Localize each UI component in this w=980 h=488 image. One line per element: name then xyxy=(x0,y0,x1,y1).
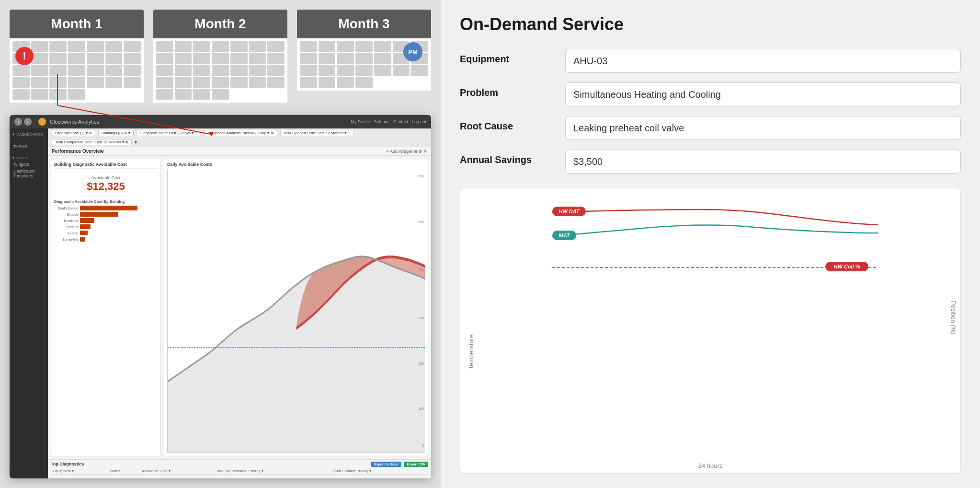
svg-text:MAT: MAT xyxy=(558,232,570,238)
widgets-item[interactable]: Widgets xyxy=(11,161,46,168)
problem-value: Simultaneous Heating and Cooling xyxy=(565,82,961,106)
bar-fill-1 xyxy=(80,212,118,217)
tasks-item[interactable]: TASKS xyxy=(11,143,46,150)
month-3-calendar: PM xyxy=(297,38,431,91)
root-cause-row: Root Cause Leaking preheat coil valve xyxy=(460,116,961,140)
bar-fill-3 xyxy=(80,224,91,229)
left-chart-title: Building Diagnostic Avoidable Cost xyxy=(54,162,158,169)
cw-bottom-title: Top Diagnostics Export to Excel Export C… xyxy=(51,462,428,466)
diagnostics-table: Equipment ▾ Notes Avoidable Cost ▾ Total… xyxy=(51,468,428,476)
settings-link[interactable]: Settings xyxy=(374,119,389,124)
annual-savings-row: Annual Savings $3,500 xyxy=(460,150,961,174)
task-completion-filter[interactable]: Task Completion Date: Last 12 Months ▾ ⊕ xyxy=(52,139,132,145)
avoidable-label: Avoidable Cost xyxy=(54,175,158,180)
cw-sidebar: ▼ DASHBOARDS TASKS ▼ ADMIN Widgets Dashb… xyxy=(10,128,48,478)
month-2-block: Month 2 xyxy=(153,10,287,103)
orgs-filter[interactable]: Organizations (1) ▾ ⊕ xyxy=(52,130,95,136)
top-diagnostics-label: Top Diagnostics xyxy=(51,462,84,466)
chart-x-label: 24 hours xyxy=(698,462,723,469)
perf-overview-title: Performance Overview xyxy=(52,149,103,154)
task-opened-filter[interactable]: Task Opened Date: Last 12 Months ▾ ⊕ xyxy=(280,130,354,136)
cw-content: Building Diagnostic Avoidable Cost Avoid… xyxy=(48,156,431,459)
table-cell xyxy=(140,475,214,477)
service-title: On-Demand Service xyxy=(460,14,961,35)
pm-badge[interactable]: PM xyxy=(403,42,422,61)
bar-chart-title: Diagnostic Avoidable Cost By Building xyxy=(54,199,158,204)
bar-row-1: Simcoe xyxy=(54,212,158,217)
col-comfort-priority: Total Comfort Priority ▾ xyxy=(331,468,428,475)
table-header-row: Equipment ▾ Notes Avoidable Cost ▾ Total… xyxy=(51,468,428,475)
left-panel: Month 1 ! Month 2 xyxy=(0,0,441,488)
problem-label: Problem xyxy=(460,82,556,98)
bar-label-2: Brookline xyxy=(54,219,78,222)
month-1-calendar: ! xyxy=(10,38,144,103)
area-chart-svg xyxy=(168,169,425,453)
cw-left-chart: Building Diagnostic Avoidable Cost Avoid… xyxy=(51,159,161,456)
cw-bottom: Top Diagnostics Export to Excel Export C… xyxy=(48,459,431,478)
daily-cost-title: Daily Avoidable Costs xyxy=(167,162,425,167)
back-btn[interactable]: ‹ xyxy=(14,118,22,126)
bar-row-4: Easton xyxy=(54,231,158,235)
export-csv-btn[interactable]: Export CSV xyxy=(404,462,428,467)
buildings-filter[interactable]: Buildings (8) ⊕ ▾ xyxy=(98,130,134,136)
add-widget-btn[interactable]: + Add Widget ⊞ ⚙ ✕ xyxy=(387,149,427,154)
root-cause-value: Leaking preheat coil valve xyxy=(565,116,961,140)
equipment-value: AHU-03 xyxy=(565,49,961,73)
alert-badge[interactable]: ! xyxy=(15,47,34,65)
month-1-block: Month 1 ! xyxy=(10,10,144,103)
month-headers: Month 1 ! Month 2 xyxy=(10,10,431,103)
export-excel-btn[interactable]: Export to Excel xyxy=(371,462,401,467)
cw-right-chart: Daily Avoidable Costs 600 500 400 300 20… xyxy=(164,159,428,456)
table-cell xyxy=(108,475,140,477)
table-cell xyxy=(214,475,330,477)
bar-fill-5 xyxy=(80,237,85,242)
svg-text:HW Coil %: HW Coil % xyxy=(834,264,860,269)
problem-row: Problem Simultaneous Heating and Cooling xyxy=(460,82,961,106)
col-equipment: Equipment ▾ xyxy=(51,468,108,475)
bar-fill-2 xyxy=(80,218,94,223)
bar-row-5: Somerville xyxy=(54,237,158,242)
chart-y-label: Temperature xyxy=(467,335,475,370)
month-1-title: Month 1 xyxy=(10,10,144,38)
annual-savings-value: $3,500 xyxy=(565,150,961,174)
y-label-200: 200 xyxy=(418,362,424,365)
cw-logo-icon xyxy=(38,118,46,126)
col-notes: Notes xyxy=(108,468,140,475)
y-label-100: 100 xyxy=(418,407,424,410)
month-2-calendar xyxy=(153,38,287,103)
y-label-400: 400 xyxy=(418,268,424,271)
bar-fill-0 xyxy=(80,206,137,210)
bar-label-0: South Boston xyxy=(54,207,78,210)
service-chart-svg: HW DAT MAT HW Coil % xyxy=(479,198,941,279)
interval-filter[interactable]: Diagnostic Analysis Interval (Daily) ▾ ⊕ xyxy=(204,130,277,136)
bar-label-4: Easton xyxy=(54,232,78,235)
dashboard-templates-item[interactable]: Dashboard Templates xyxy=(11,168,46,179)
cw-body: ▼ DASHBOARDS TASKS ▼ ADMIN Widgets Dashb… xyxy=(10,128,431,478)
cw-toolbar: Organizations (1) ▾ ⊕ Buildings (8) ⊕ ▾ … xyxy=(48,128,431,147)
clockworks-window: ‹ › Clockworks Analytics My Profile Sett… xyxy=(10,115,431,478)
diag-date-filter[interactable]: Diagnostic Date: Last 30 days ▾ ⊕ xyxy=(137,130,202,136)
my-profile-link[interactable]: My Profile xyxy=(351,119,370,124)
month-3-title: Month 3 xyxy=(297,10,431,38)
table-row xyxy=(51,475,428,477)
global-filter-icon[interactable]: ▾ xyxy=(135,139,137,145)
dashboards-section-label: ▼ DASHBOARDS xyxy=(11,132,46,137)
root-cause-label: Root Cause xyxy=(460,116,556,132)
logout-link[interactable]: Log out xyxy=(412,119,426,124)
table-cell xyxy=(51,475,108,477)
chart-y-label-right: Position (%) xyxy=(949,301,957,334)
avoidable-amount: $12,325 xyxy=(54,180,158,193)
y-label-500: 500 xyxy=(418,220,424,223)
cw-main: Organizations (1) ▾ ⊕ Buildings (8) ⊕ ▾ … xyxy=(48,128,431,478)
bar-row-0: South Boston xyxy=(54,206,158,210)
forward-btn[interactable]: › xyxy=(24,118,32,126)
contact-link[interactable]: Contact xyxy=(393,119,408,124)
svg-text:HW DAT: HW DAT xyxy=(558,209,580,214)
dashed-400-line xyxy=(168,347,425,348)
month-3-block: Month 3 PM xyxy=(297,10,431,103)
bar-label-5: Somerville xyxy=(54,238,78,241)
annual-savings-label: Annual Savings xyxy=(460,150,556,165)
admin-section-label: ▼ ADMIN xyxy=(11,156,46,160)
months-row: Month 1 ! Month 2 xyxy=(10,10,431,103)
cw-nav-links: My Profile Settings Contact Log out xyxy=(351,119,426,124)
